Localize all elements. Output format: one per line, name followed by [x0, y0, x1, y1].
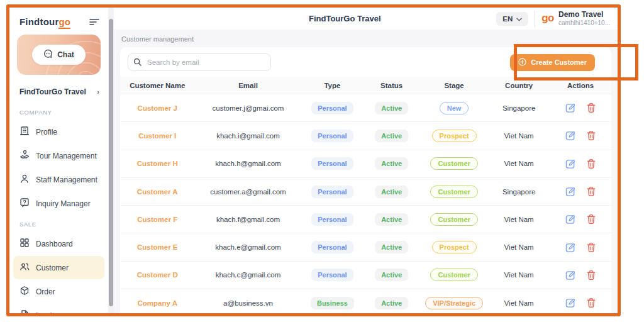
edit-icon[interactable]	[565, 242, 576, 253]
status-badge: Active	[375, 241, 408, 253]
dashboard-icon	[19, 238, 30, 250]
status-badge: Active	[375, 269, 408, 281]
table-row[interactable]: Customer D khach.c@gmail.com Personal Ac…	[120, 261, 611, 289]
sidebar-item-label: Inquiry Manager	[36, 199, 91, 208]
edit-icon[interactable]	[565, 130, 576, 141]
chevron-right-icon: ›	[97, 88, 99, 96]
account-email: camhihi1410+10...	[558, 19, 610, 27]
type-badge: Personal	[311, 269, 353, 281]
sidebar-scrollbar[interactable]	[108, 8, 114, 313]
delete-icon[interactable]	[586, 158, 596, 169]
sidebar-item-dashboard[interactable]: Dashboard	[13, 232, 104, 255]
type-badge: Business	[311, 297, 354, 309]
stage-badge: Customer	[430, 213, 477, 226]
sidebar-item-customer[interactable]: Customer	[13, 256, 104, 279]
table-row[interactable]: Customer H khach.h@gmail.com Personal Ac…	[120, 150, 611, 177]
customer-name-cell[interactable]: Customer J	[120, 104, 194, 112]
customer-name-cell[interactable]: Customer E	[120, 243, 194, 251]
type-badge: Personal	[311, 157, 353, 170]
sidebar-item-profile[interactable]: Profile	[13, 120, 104, 143]
customer-name-cell[interactable]: Customer A	[120, 188, 194, 196]
search-input[interactable]	[128, 53, 271, 71]
table-row[interactable]: Customer I khach.i@gmail.com Personal Ac…	[120, 121, 611, 149]
menu-toggle-icon[interactable]	[89, 18, 99, 26]
table-body: Customer J customer.j@gmai.com Personal …	[120, 94, 611, 313]
customer-name-cell[interactable]: Customer D	[120, 271, 194, 279]
table-row[interactable]: Customer F khach.f@gmail.com Personal Ac…	[120, 205, 611, 233]
country-cell: Viet Nam	[488, 132, 550, 140]
status-badge: Active	[375, 297, 408, 309]
sidebar-item-staff-management[interactable]: Staff Management	[13, 168, 104, 191]
customer-name-cell[interactable]: Company A	[120, 299, 194, 307]
edit-icon[interactable]	[565, 186, 576, 197]
delete-icon[interactable]	[586, 130, 596, 141]
app-logo: Findtourgo	[19, 16, 70, 27]
section-label: SALE	[9, 216, 108, 231]
brand-go-icon: go	[541, 12, 554, 25]
create-customer-button[interactable]: Create Customer	[510, 54, 595, 71]
customer-name-cell[interactable]: Customer F	[120, 216, 194, 223]
language-selector[interactable]: EN	[496, 12, 528, 26]
email-cell: khach.c@gmail.com	[194, 271, 301, 279]
account-menu[interactable]: go Demo Travel camhihi1410+10...	[541, 11, 610, 26]
stage-badge: Prospect	[432, 130, 477, 142]
invoice-icon	[19, 309, 30, 316]
chevron-down-icon	[516, 15, 522, 23]
customer-name-cell[interactable]: Customer I	[120, 132, 194, 140]
workspace-selector[interactable]: FindTourGo Travel ›	[9, 84, 108, 104]
stage-badge: Customer	[430, 157, 477, 170]
country-cell: Viet Nam	[488, 243, 550, 251]
sidebar-item-label: Invoice	[36, 311, 60, 317]
chat-bubble-icon	[43, 49, 53, 60]
sidebar-item-label: Customer	[36, 264, 69, 272]
country-cell: Viet Nam	[488, 271, 550, 279]
column-header: Country	[488, 82, 550, 89]
column-header: Type	[301, 82, 363, 89]
delete-icon[interactable]	[586, 103, 596, 113]
email-cell: khach.h@gmail.com	[194, 160, 301, 167]
sidebar-item-invoice[interactable]: Invoice	[13, 304, 104, 316]
scrollbar-thumb[interactable]	[109, 19, 113, 306]
country-cell: Singapore	[488, 104, 550, 112]
sidebar-item-order[interactable]: Order	[13, 280, 104, 303]
customer-table-card: Create Customer Customer NameEmailTypeSt…	[120, 47, 611, 313]
sidebar-item-tour-management[interactable]: Tour Management	[13, 144, 104, 167]
main-area: FindTourGo Travel EN go Demo Travel camh…	[114, 8, 618, 313]
email-cell: khach.f@gmail.com	[194, 216, 301, 223]
country-cell: Singapore	[488, 188, 550, 196]
column-header: Customer Name	[120, 82, 194, 89]
chat-button[interactable]: Chat	[32, 45, 86, 65]
email-cell: khach.e@gmail.com	[194, 243, 301, 251]
delete-icon[interactable]	[586, 297, 596, 308]
delete-icon[interactable]	[586, 214, 596, 225]
table-row[interactable]: Customer J customer.j@gmai.com Personal …	[120, 94, 611, 121]
edit-icon[interactable]	[565, 214, 576, 225]
table-row[interactable]: Company A a@business.vn Business Active …	[120, 289, 611, 313]
type-badge: Personal	[311, 186, 353, 198]
edit-icon[interactable]	[565, 103, 576, 113]
edit-icon[interactable]	[565, 158, 576, 169]
type-badge: Personal	[311, 130, 353, 142]
type-badge: Personal	[311, 213, 353, 226]
status-badge: Active	[375, 130, 408, 142]
building-icon	[19, 126, 30, 138]
delete-icon[interactable]	[586, 270, 596, 280]
delete-icon[interactable]	[586, 242, 596, 253]
column-header: Status	[363, 82, 420, 89]
edit-icon[interactable]	[565, 297, 576, 308]
edit-icon[interactable]	[565, 270, 576, 280]
table-row[interactable]: Customer E khach.e@gmail.com Personal Ac…	[120, 233, 611, 260]
table-row[interactable]: Customer A customer.a@gmail.com Personal…	[120, 177, 611, 205]
delete-icon[interactable]	[586, 186, 596, 197]
country-cell: Viet Nam	[488, 216, 550, 223]
search-box	[128, 53, 271, 71]
status-badge: Active	[375, 186, 408, 198]
customer-name-cell[interactable]: Customer H	[120, 160, 194, 167]
people-icon	[19, 262, 30, 274]
type-badge: Personal	[311, 241, 353, 253]
email-cell: a@business.vn	[194, 299, 301, 307]
sidebar-item-label: Staff Management	[36, 175, 97, 184]
sidebar-item-inquiry-manager[interactable]: Inquiry Manager	[13, 192, 104, 215]
screenshot-canvas: Findtourgo Chat FindTourGo Travel › COM	[0, 0, 644, 322]
page-title: FindTourGo Travel	[309, 14, 381, 23]
